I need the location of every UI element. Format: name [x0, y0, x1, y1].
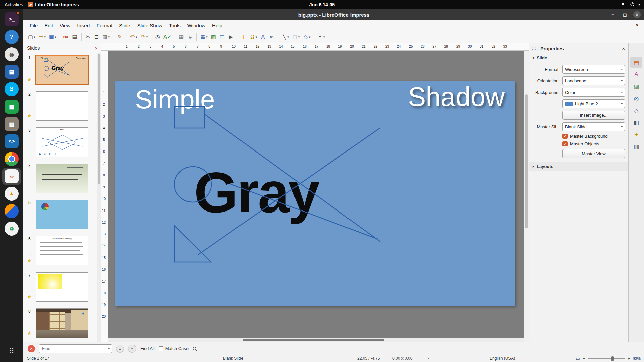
background-select[interactable]: Color ▾ — [562, 88, 625, 97]
layouts-section-header[interactable]: ▸ Layouts — [529, 162, 628, 171]
menu-edit[interactable]: Edit — [41, 21, 56, 30]
zoom-slider-thumb[interactable] — [611, 356, 614, 361]
print-button[interactable]: ▤ — [71, 33, 79, 41]
sidebar-tab-properties[interactable]: ▤ — [630, 57, 642, 68]
zoom-slider[interactable] — [588, 358, 625, 359]
language-status[interactable]: English (USA) — [490, 356, 515, 361]
dock-screenshot-tool[interactable]: ◉ — [2, 46, 21, 63]
dock-libreoffice-calc[interactable]: ▦ — [2, 98, 21, 115]
menu-view[interactable]: View — [56, 21, 74, 30]
slide-count-status[interactable]: Slide 1 of 17 — [27, 356, 49, 361]
dropdown-arrow-icon[interactable]: ▾ — [619, 88, 623, 96]
copy-button[interactable]: ⊡ — [92, 33, 101, 41]
dropdown-arrow-icon[interactable]: ▾ — [256, 35, 257, 39]
slide-edit-surface[interactable]: Simple Shadow Gray — [115, 81, 515, 306]
dropdown-arrow-icon[interactable]: ▾ — [44, 35, 46, 39]
dropdown-arrow-icon[interactable]: ▾ — [136, 35, 137, 39]
master-view-button[interactable]: Master View — [562, 149, 625, 158]
find-next-button[interactable]: ▾ — [128, 345, 136, 353]
spelling-button[interactable]: A✓ — [162, 33, 173, 41]
dropdown-arrow-icon[interactable]: ▾ — [287, 35, 289, 39]
dock-chrome[interactable] — [2, 150, 21, 168]
dock-vscode[interactable]: <> — [2, 133, 21, 150]
scrollbar-thumb[interactable] — [525, 94, 528, 228]
undo-button[interactable]: ↶▾ — [128, 33, 139, 41]
menu-slide-show[interactable]: Slide Show — [134, 21, 166, 30]
basic-shapes-button[interactable]: ◻▾ — [291, 33, 301, 41]
dock-firefox[interactable] — [2, 202, 21, 220]
dropdown-arrow-icon[interactable]: ▾ — [619, 77, 623, 85]
vertical-ruler[interactable]: 1234567891011121314151617181920 — [101, 51, 108, 342]
zoom-out-button[interactable]: − — [583, 356, 585, 361]
slide-thumbnail-8[interactable]: ∗ — [36, 308, 88, 338]
slide-text-shadow[interactable]: Shadow — [408, 83, 505, 110]
match-case-checkbox[interactable] — [159, 346, 163, 351]
slide-text-simple[interactable]: Simple — [135, 86, 215, 112]
horizontal-ruler[interactable]: 1234567891011121314151617181920212223242… — [101, 43, 529, 51]
orientation-select[interactable]: Landscape ▾ — [562, 76, 625, 85]
master-slide-select[interactable]: Blank Slide ▾ — [562, 122, 625, 131]
find-history-dropdown-icon[interactable]: ▾ — [108, 347, 110, 350]
find-input-wrap[interactable]: ▾ — [39, 344, 112, 353]
activities-button[interactable]: Activities — [5, 2, 23, 7]
document-state-icon[interactable]: ▪ — [428, 356, 429, 361]
insert-fontwork-button[interactable]: A — [259, 33, 267, 41]
dock-file-manager[interactable]: ▥ — [2, 115, 21, 133]
insert-chart-button[interactable]: ◫ — [218, 33, 226, 41]
dock-terminal[interactable]: >_ — [2, 11, 21, 28]
power-icon[interactable] — [630, 1, 635, 8]
symbol-shapes-button[interactable]: ◇▾ — [301, 33, 312, 41]
master-objects-checkbox[interactable]: ✓ Master Objects — [562, 141, 625, 146]
maximize-button[interactable]: ◻ — [621, 11, 629, 18]
system-menu-chevron-icon[interactable]: ▾ — [638, 3, 640, 6]
dropdown-arrow-icon[interactable]: ▾ — [619, 100, 623, 108]
dropdown-arrow-icon[interactable]: ▾ — [298, 35, 300, 39]
export-pdf-button[interactable]: PDF — [62, 35, 70, 39]
menu-insert[interactable]: Insert — [74, 21, 93, 30]
3d-objects-button[interactable]: ◓▾ — [316, 33, 326, 41]
dropdown-arrow-icon[interactable]: ▾ — [34, 35, 35, 39]
find-close-button[interactable]: × — [28, 345, 35, 352]
cut-button[interactable]: ✂ — [84, 33, 92, 41]
insert-media-button[interactable]: ▶ — [227, 33, 235, 41]
open-button[interactable]: ▭▾ — [37, 33, 47, 41]
snap-guides-button[interactable]: # — [186, 33, 194, 41]
menu-window[interactable]: Window — [184, 21, 209, 30]
dropdown-arrow-icon[interactable]: ▾ — [146, 35, 148, 39]
sidebar-tab-slide-transition[interactable]: ◧ — [630, 117, 642, 128]
dropdown-arrow-icon[interactable]: ▾ — [323, 35, 325, 39]
slide-thumbnail-3[interactable]: ### ◆ ● — [36, 127, 88, 157]
scrollbar-thumb[interactable] — [98, 54, 100, 184]
panel-grip-icon[interactable]: ∷∷ — [532, 46, 538, 51]
insert-line-button[interactable]: ╲▾ — [280, 33, 290, 41]
insert-hyperlink-button[interactable]: ∞ — [267, 33, 276, 41]
menu-help[interactable]: Help — [209, 21, 226, 30]
find-and-replace-button[interactable]: ◎ — [153, 33, 162, 41]
dock-skype[interactable]: S — [2, 80, 21, 98]
find-and-replace-icon[interactable] — [193, 347, 196, 350]
sidebar-tab-animation[interactable]: ✦ — [630, 129, 642, 140]
paste-button[interactable]: ▨▾ — [101, 33, 111, 41]
dock-vlc[interactable]: ▲ — [2, 185, 21, 202]
dropdown-arrow-icon[interactable]: ▾ — [619, 123, 623, 131]
close-document-icon[interactable]: × — [633, 22, 641, 28]
slide-thumbnail-5[interactable] — [36, 200, 88, 229]
insert-image-button[interactable]: ▨ — [209, 33, 218, 41]
dropdown-arrow-icon[interactable]: ▾ — [309, 35, 310, 39]
slide-thumbnail-1[interactable]: Simple Shadow Gray — [36, 55, 88, 84]
sidebar-tab-gallery[interactable]: ▨ — [630, 81, 642, 92]
insert-table-button[interactable]: ▦▾ — [199, 33, 209, 41]
sidebar-tab-navigator[interactable]: ◎ — [630, 93, 642, 104]
dock-help[interactable]: ? — [2, 28, 21, 46]
new-button[interactable]: ▢▾ — [26, 33, 37, 41]
redo-button[interactable]: ↷▾ — [139, 33, 149, 41]
slide-thumbnail-7[interactable] — [36, 272, 88, 302]
menu-slide[interactable]: Slide — [116, 21, 133, 30]
slide-text-gray[interactable]: Gray — [194, 164, 318, 221]
fit-slide-icon[interactable]: ▭ — [576, 356, 580, 361]
clock[interactable]: Jun 6 14:05 — [309, 2, 335, 7]
format-select[interactable]: Widescreen ▾ — [562, 65, 625, 74]
background-color-select[interactable]: Light Blue 2 ▾ — [562, 99, 625, 108]
dock-software-updater[interactable]: ♻ — [2, 220, 21, 237]
dropdown-arrow-icon[interactable]: ▾ — [108, 35, 110, 39]
